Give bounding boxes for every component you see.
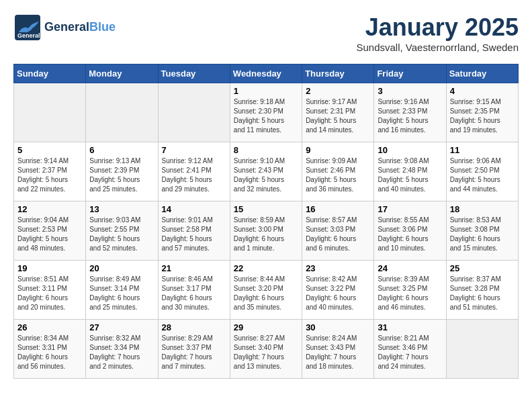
calendar-cell: 30Sunrise: 8:24 AM Sunset: 3:43 PM Dayli… [302,320,374,379]
day-info: Sunrise: 9:14 AM Sunset: 2:37 PM Dayligh… [17,156,82,194]
day-info: Sunrise: 8:51 AM Sunset: 3:11 PM Dayligh… [17,275,82,312]
day-info: Sunrise: 9:13 AM Sunset: 2:39 PM Dayligh… [89,156,154,194]
calendar-cell: 14Sunrise: 9:01 AM Sunset: 2:58 PM Dayli… [158,201,230,261]
day-number: 24 [378,263,442,273]
day-info: Sunrise: 8:27 AM Sunset: 3:40 PM Dayligh… [234,334,298,371]
logo-icon: General [13,13,42,42]
day-info: Sunrise: 8:42 AM Sunset: 3:22 PM Dayligh… [306,275,370,312]
calendar-cell: 17Sunrise: 8:55 AM Sunset: 3:06 PM Dayli… [374,201,446,261]
calendar-cell: 24Sunrise: 8:39 AM Sunset: 3:25 PM Dayli… [374,261,446,320]
title-block: January 2025 Sundsvall, Vaesternorrland,… [356,13,519,53]
subtitle: Sundsvall, Vaesternorrland, Sweden [356,42,519,53]
calendar-cell [14,83,86,142]
day-number: 29 [234,322,298,332]
day-info: Sunrise: 9:18 AM Sunset: 2:30 PM Dayligh… [234,97,298,135]
day-info: Sunrise: 8:57 AM Sunset: 3:03 PM Dayligh… [306,216,370,253]
day-number: 5 [17,145,82,155]
calendar-cell: 20Sunrise: 8:49 AM Sunset: 3:14 PM Dayli… [86,261,158,320]
day-info: Sunrise: 8:44 AM Sunset: 3:20 PM Dayligh… [234,275,298,312]
calendar-cell: 16Sunrise: 8:57 AM Sunset: 3:03 PM Dayli… [302,201,374,261]
calendar-week-row: 5Sunrise: 9:14 AM Sunset: 2:37 PM Daylig… [14,142,519,201]
day-number: 9 [306,145,370,155]
calendar-cell: 27Sunrise: 8:32 AM Sunset: 3:34 PM Dayli… [86,320,158,379]
day-number: 26 [17,322,82,332]
day-number: 15 [234,204,298,214]
day-of-week-header: Friday [374,64,446,83]
day-info: Sunrise: 8:34 AM Sunset: 3:31 PM Dayligh… [17,334,82,371]
calendar-cell: 12Sunrise: 9:04 AM Sunset: 2:53 PM Dayli… [14,201,86,261]
calendar-cell: 23Sunrise: 8:42 AM Sunset: 3:22 PM Dayli… [302,261,374,320]
day-info: Sunrise: 8:32 AM Sunset: 3:34 PM Dayligh… [89,334,154,371]
day-info: Sunrise: 9:04 AM Sunset: 2:53 PM Dayligh… [17,216,82,253]
page-header: General GeneralBlue January 2025 Sundsva… [13,13,519,53]
calendar-week-row: 1Sunrise: 9:18 AM Sunset: 2:30 PM Daylig… [14,83,519,142]
month-title: January 2025 [356,13,519,42]
day-info: Sunrise: 8:21 AM Sunset: 3:46 PM Dayligh… [378,334,442,371]
calendar-week-row: 19Sunrise: 8:51 AM Sunset: 3:11 PM Dayli… [14,261,519,320]
day-number: 6 [89,145,154,155]
day-number: 10 [378,145,442,155]
calendar-cell: 8Sunrise: 9:10 AM Sunset: 2:43 PM Daylig… [230,142,302,201]
day-info: Sunrise: 9:10 AM Sunset: 2:43 PM Dayligh… [234,156,298,194]
logo: General GeneralBlue [13,13,116,42]
calendar-cell: 18Sunrise: 8:53 AM Sunset: 3:08 PM Dayli… [446,201,518,261]
day-of-week-header: Wednesday [230,64,302,83]
day-info: Sunrise: 9:15 AM Sunset: 2:35 PM Dayligh… [450,97,515,135]
day-info: Sunrise: 9:01 AM Sunset: 2:58 PM Dayligh… [162,216,226,253]
day-number: 18 [450,204,515,214]
day-info: Sunrise: 8:29 AM Sunset: 3:37 PM Dayligh… [162,334,226,371]
calendar-week-row: 26Sunrise: 8:34 AM Sunset: 3:31 PM Dayli… [14,320,519,379]
day-number: 1 [234,86,298,96]
day-number: 23 [306,263,370,273]
day-number: 31 [378,322,442,332]
day-of-week-header: Sunday [14,64,86,83]
calendar-cell: 13Sunrise: 9:03 AM Sunset: 2:55 PM Dayli… [86,201,158,261]
day-of-week-header: Saturday [446,64,518,83]
calendar-cell: 19Sunrise: 8:51 AM Sunset: 3:11 PM Dayli… [14,261,86,320]
calendar-cell [86,83,158,142]
day-number: 7 [162,145,226,155]
calendar-cell [158,83,230,142]
calendar-cell: 10Sunrise: 9:08 AM Sunset: 2:48 PM Dayli… [374,142,446,201]
calendar-cell: 4Sunrise: 9:15 AM Sunset: 2:35 PM Daylig… [446,83,518,142]
logo-text-block: GeneralBlue [44,21,116,34]
calendar-cell: 3Sunrise: 9:16 AM Sunset: 2:33 PM Daylig… [374,83,446,142]
calendar-cell: 15Sunrise: 8:59 AM Sunset: 3:00 PM Dayli… [230,201,302,261]
day-number: 30 [306,322,370,332]
calendar-cell: 21Sunrise: 8:46 AM Sunset: 3:17 PM Dayli… [158,261,230,320]
day-number: 14 [162,204,226,214]
calendar-cell: 9Sunrise: 9:09 AM Sunset: 2:46 PM Daylig… [302,142,374,201]
day-number: 19 [17,263,82,273]
day-info: Sunrise: 9:06 AM Sunset: 2:50 PM Dayligh… [450,156,515,194]
day-number: 27 [89,322,154,332]
day-info: Sunrise: 8:37 AM Sunset: 3:28 PM Dayligh… [450,275,515,312]
day-number: 2 [306,86,370,96]
calendar-cell: 29Sunrise: 8:27 AM Sunset: 3:40 PM Dayli… [230,320,302,379]
calendar-cell: 28Sunrise: 8:29 AM Sunset: 3:37 PM Dayli… [158,320,230,379]
day-number: 4 [450,86,515,96]
day-info: Sunrise: 9:09 AM Sunset: 2:46 PM Dayligh… [306,156,370,194]
calendar-cell [446,320,518,379]
day-number: 12 [17,204,82,214]
day-number: 8 [234,145,298,155]
day-number: 11 [450,145,515,155]
day-info: Sunrise: 8:59 AM Sunset: 3:00 PM Dayligh… [234,216,298,253]
day-of-week-header: Monday [86,64,158,83]
day-info: Sunrise: 8:49 AM Sunset: 3:14 PM Dayligh… [89,275,154,312]
calendar-cell: 31Sunrise: 8:21 AM Sunset: 3:46 PM Dayli… [374,320,446,379]
calendar-cell: 1Sunrise: 9:18 AM Sunset: 2:30 PM Daylig… [230,83,302,142]
day-info: Sunrise: 9:03 AM Sunset: 2:55 PM Dayligh… [89,216,154,253]
calendar-cell: 25Sunrise: 8:37 AM Sunset: 3:28 PM Dayli… [446,261,518,320]
day-number: 20 [89,263,154,273]
day-info: Sunrise: 8:53 AM Sunset: 3:08 PM Dayligh… [450,216,515,253]
day-of-week-header: Tuesday [158,64,230,83]
day-info: Sunrise: 8:55 AM Sunset: 3:06 PM Dayligh… [378,216,442,253]
calendar-cell: 22Sunrise: 8:44 AM Sunset: 3:20 PM Dayli… [230,261,302,320]
calendar-cell: 7Sunrise: 9:12 AM Sunset: 2:41 PM Daylig… [158,142,230,201]
logo-general: GeneralBlue [44,21,116,34]
svg-text:General: General [17,32,40,39]
day-info: Sunrise: 9:12 AM Sunset: 2:41 PM Dayligh… [162,156,226,194]
calendar-cell: 2Sunrise: 9:17 AM Sunset: 2:31 PM Daylig… [302,83,374,142]
calendar-table: SundayMondayTuesdayWednesdayThursdayFrid… [13,64,519,379]
day-info: Sunrise: 9:16 AM Sunset: 2:33 PM Dayligh… [378,97,442,135]
